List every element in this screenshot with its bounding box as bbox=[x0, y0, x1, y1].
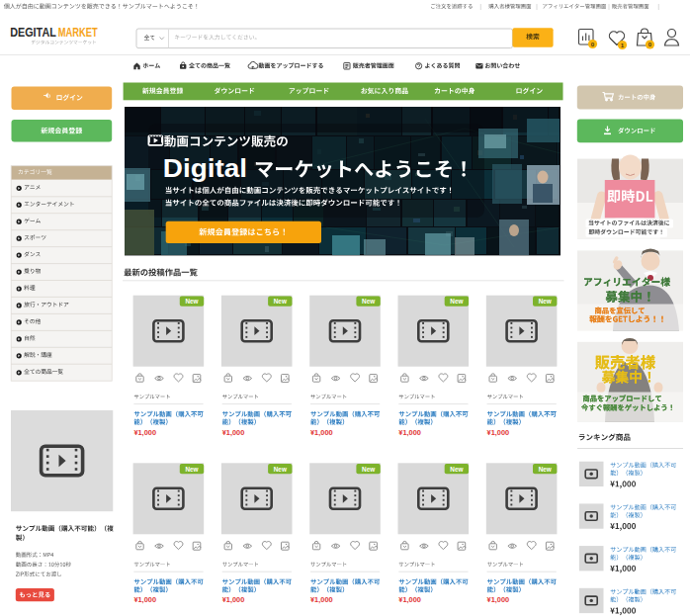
svg-text:New: New bbox=[274, 466, 287, 473]
svg-text:New: New bbox=[274, 298, 287, 305]
svg-text:¥1,000: ¥1,000 bbox=[487, 428, 510, 437]
svg-text:¥1,000: ¥1,000 bbox=[487, 595, 510, 604]
svg-text:¥1,000: ¥1,000 bbox=[310, 595, 333, 604]
svg-text:¥1,000: ¥1,000 bbox=[133, 595, 156, 604]
svg-text:New: New bbox=[362, 298, 375, 305]
svg-text:¥1,000: ¥1,000 bbox=[222, 595, 245, 604]
svg-text:Digital: Digital bbox=[163, 154, 247, 182]
svg-text:MARKET: MARKET bbox=[58, 25, 98, 40]
svg-text:DEGITAL: DEGITAL bbox=[10, 25, 56, 40]
svg-text:¥1,000: ¥1,000 bbox=[133, 428, 156, 437]
svg-text:New: New bbox=[450, 466, 463, 473]
svg-text:New: New bbox=[185, 298, 198, 305]
svg-text:¥1,000: ¥1,000 bbox=[398, 595, 421, 604]
svg-text:New: New bbox=[539, 466, 552, 473]
svg-text:0: 0 bbox=[591, 41, 595, 47]
svg-text:New: New bbox=[185, 466, 198, 473]
svg-text:New: New bbox=[450, 298, 463, 305]
svg-text:1: 1 bbox=[621, 42, 625, 48]
svg-text:0: 0 bbox=[648, 41, 652, 47]
svg-text:¥1,000: ¥1,000 bbox=[310, 428, 333, 437]
svg-text:¥1,000: ¥1,000 bbox=[222, 428, 245, 437]
svg-text:¥1,000: ¥1,000 bbox=[398, 428, 421, 437]
svg-text:New: New bbox=[362, 466, 375, 473]
svg-text:New: New bbox=[539, 298, 552, 305]
